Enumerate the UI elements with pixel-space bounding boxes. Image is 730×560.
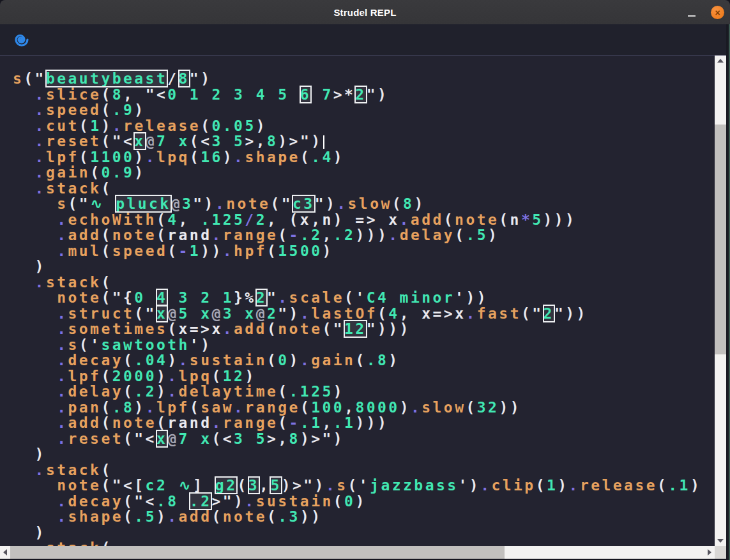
code-token: (x=>x bbox=[167, 321, 223, 337]
code-token: 8 bbox=[112, 86, 123, 103]
vertical-scrollbar-thumb[interactable] bbox=[715, 125, 726, 354]
horizontal-scrollbar[interactable] bbox=[0, 546, 715, 559]
code-token: . bbox=[35, 86, 46, 103]
code-line: s("∿ pluck@3").note("c3").slow(8) bbox=[13, 196, 701, 212]
strudel-logo-icon[interactable] bbox=[12, 30, 31, 49]
code-token: 8 bbox=[267, 133, 278, 149]
code-token: cut bbox=[46, 117, 79, 134]
code-token: . bbox=[35, 102, 46, 118]
code-token: release bbox=[123, 117, 201, 134]
code-token: ∿ bbox=[90, 195, 116, 212]
code-token bbox=[13, 493, 57, 510]
code-token: , bbox=[179, 211, 201, 228]
code-token: s bbox=[68, 337, 79, 353]
code-token: ] bbox=[193, 477, 215, 494]
code-token bbox=[13, 508, 57, 525]
code-token: ( bbox=[466, 399, 476, 416]
code-token: ("< bbox=[123, 493, 156, 510]
code-token: ) bbox=[558, 477, 568, 494]
code-token bbox=[13, 195, 57, 212]
code-token: . bbox=[388, 227, 399, 243]
scroll-left-button[interactable] bbox=[0, 546, 10, 559]
code-token: . bbox=[57, 414, 68, 431]
code-token: .1 bbox=[300, 414, 323, 431]
code-token: stack bbox=[46, 180, 102, 197]
code-token: 1100 bbox=[90, 149, 134, 165]
code-token: reset bbox=[68, 430, 124, 447]
code-token: ( bbox=[278, 227, 289, 243]
code-token: (" bbox=[24, 70, 46, 87]
code-token: 1 bbox=[90, 117, 101, 134]
code-token: 7 bbox=[311, 86, 333, 103]
code-line: .sometimes(x=>x.add(note("12"))) bbox=[13, 321, 701, 337]
code-token: . bbox=[179, 352, 190, 368]
code-token: . bbox=[569, 477, 580, 494]
code-token: ) bbox=[134, 399, 145, 416]
code-token: ( bbox=[333, 493, 344, 510]
text-cursor bbox=[323, 135, 324, 149]
code-token: 7 x bbox=[179, 430, 212, 447]
window-title: Strudel REPL bbox=[0, 0, 730, 24]
horizontal-scrollbar-thumb[interactable] bbox=[10, 546, 505, 559]
code-token: hpf bbox=[234, 243, 267, 259]
code-token bbox=[13, 289, 57, 306]
code-token: 4 bbox=[388, 305, 399, 322]
code-token: ( bbox=[123, 352, 134, 368]
code-token bbox=[13, 164, 35, 181]
active-event-token: g2 bbox=[215, 477, 238, 494]
code-token: 16 bbox=[201, 149, 223, 165]
code-editor[interactable]: s("beautybeast/8") .slice(8, "<0 1 2 3 4… bbox=[0, 56, 726, 546]
code-token: . bbox=[57, 430, 68, 447]
code-token: 0.9 bbox=[101, 164, 134, 181]
close-button[interactable]: × bbox=[711, 6, 724, 19]
code-token bbox=[13, 430, 57, 447]
code-token: saw bbox=[201, 399, 234, 416]
code-token: ) bbox=[256, 117, 267, 134]
active-event-token: 5 bbox=[270, 477, 281, 494]
code-token: .8 bbox=[367, 352, 389, 368]
code-token: 3 bbox=[182, 195, 193, 212]
code-line: .stack( bbox=[13, 462, 701, 478]
code-token: . bbox=[57, 211, 68, 228]
code-token: / bbox=[167, 70, 178, 87]
code-token: , bbox=[259, 477, 270, 494]
code-token: mul bbox=[68, 243, 102, 259]
code-token: ( bbox=[101, 274, 112, 291]
vertical-scrollbar[interactable] bbox=[715, 56, 726, 546]
code-token: . bbox=[480, 477, 491, 494]
code-token: ("< bbox=[123, 430, 156, 447]
code-token: . bbox=[35, 164, 46, 181]
code-token: sometimes bbox=[68, 321, 168, 337]
code-token: ) bbox=[156, 383, 167, 400]
minimize-button[interactable] bbox=[685, 0, 699, 24]
code-token: .5 bbox=[466, 227, 488, 243]
code-token: (" bbox=[134, 305, 156, 322]
active-event-token: c3 bbox=[293, 195, 315, 212]
code-token: >, bbox=[267, 430, 289, 447]
code-token: . bbox=[146, 149, 156, 165]
scroll-up-button[interactable] bbox=[715, 56, 726, 66]
code-token: ( bbox=[79, 149, 90, 165]
code-token: .1 bbox=[668, 477, 690, 494]
code-token: ( bbox=[101, 414, 112, 431]
code-token: add bbox=[68, 414, 102, 431]
code-token: , (x,n) => x bbox=[267, 211, 400, 228]
code-token: . bbox=[35, 274, 46, 291]
code-line: .struct("x@5 x@3 x@2").lastOf(4, x=>x.fa… bbox=[13, 306, 701, 322]
code-token: ) bbox=[414, 195, 425, 212]
scroll-down-button[interactable] bbox=[715, 536, 726, 546]
code-token: ( bbox=[278, 383, 289, 400]
scroll-right-button[interactable] bbox=[704, 546, 715, 559]
code-line: .lpf(1100).lpq(16).shape(.4) bbox=[13, 149, 701, 165]
code-line: .cut(1).release(0.05) bbox=[13, 118, 701, 134]
code-token: 3 x bbox=[223, 305, 256, 322]
code-token: ))) bbox=[355, 414, 388, 431]
code-token: lpf bbox=[156, 399, 190, 416]
code-token: .2 bbox=[300, 227, 323, 243]
code-line: .reset("<x@7 x(<3 5>,8)>") bbox=[13, 431, 701, 447]
titlebar[interactable]: Strudel REPL × bbox=[0, 0, 730, 25]
app-header bbox=[0, 24, 730, 56]
code-line: ) bbox=[13, 259, 701, 275]
code-token: .8 bbox=[156, 493, 190, 510]
code-token: 8000 bbox=[355, 399, 399, 416]
